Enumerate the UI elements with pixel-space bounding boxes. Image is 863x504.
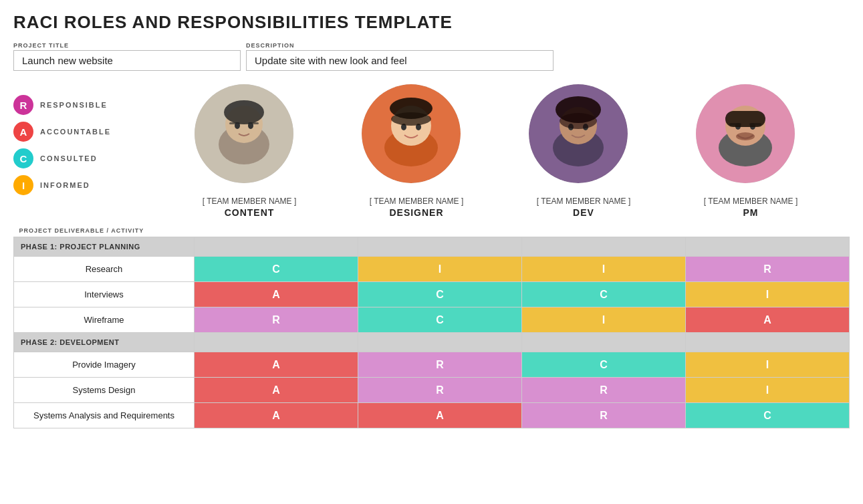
raci-cell-1-1-1: C: [195, 257, 358, 282]
team-role-2: DESIGNER: [333, 207, 500, 218]
phase-cell-1-3: [522, 237, 686, 257]
raci-cell-1-2-4: I: [686, 282, 850, 307]
legend-item-i: I INFORMED: [13, 175, 154, 195]
project-description-label: DESCRIPTION: [246, 42, 553, 49]
raci-cell-2-3-2: A: [358, 403, 522, 428]
project-meta: PROJECT TITLE Launch new website DESCRIP…: [13, 42, 850, 71]
team-col-header-1: [195, 225, 358, 237]
table-row: Provide ImageryARCI: [14, 352, 850, 378]
team-col-header-3: [522, 225, 686, 237]
activity-name-1-1: Research: [14, 257, 195, 282]
team-role-1: CONTENT: [166, 207, 333, 218]
svg-point-9: [224, 100, 264, 124]
svg-point-31: [736, 132, 755, 140]
table-row: Systems DesignARRI: [14, 378, 850, 403]
team-role-3: DEV: [500, 207, 667, 218]
team-roles-row: CONTENTDESIGNERDEVPM: [160, 207, 850, 218]
team-member-1: [160, 84, 328, 193]
activity-column-header: PROJECT DELIVERABLE / ACTIVITY: [14, 225, 195, 237]
legend-badge-a: A: [13, 122, 33, 142]
table-row: InterviewsACCI: [14, 282, 850, 307]
avatar-3: [529, 84, 628, 183]
team-section: [ TEAM MEMBER NAME ][ TEAM MEMBER NAME ]…: [154, 84, 850, 218]
raci-table-wrapper: PROJECT DELIVERABLE / ACTIVITYPHASE 1: P…: [13, 225, 850, 428]
raci-cell-2-1-2: R: [358, 352, 522, 378]
legend-label-r: RESPONSIBLE: [40, 101, 108, 109]
team-name-2: [ TEAM MEMBER NAME ]: [333, 197, 500, 206]
team-member-2: [328, 84, 495, 193]
team-name-3: [ TEAM MEMBER NAME ]: [500, 197, 667, 206]
project-title-value: Launch new website: [13, 50, 241, 71]
raci-cell-2-2-3: R: [522, 378, 686, 403]
phase-cell-1-1: [195, 237, 358, 257]
phase-cell-2-3: [522, 333, 686, 352]
legend-label-i: INFORMED: [40, 181, 90, 189]
project-description-block: DESCRIPTION Update site with new look an…: [246, 42, 553, 71]
raci-cell-2-1-3: C: [522, 352, 686, 378]
role-label: [160, 207, 166, 218]
phase-cell-1-2: [358, 237, 522, 257]
team-member-3: [495, 84, 662, 193]
legend-badge-i: I: [13, 175, 33, 195]
legend-label-c: CONSULTED: [40, 154, 98, 162]
avatar-4: [696, 84, 795, 183]
legend: R RESPONSIBLE A ACCOUNTABLE C CONSULTED …: [13, 84, 154, 195]
raci-cell-2-3-3: R: [522, 403, 686, 428]
svg-point-16: [391, 112, 431, 126]
legend-and-team: R RESPONSIBLE A ACCOUNTABLE C CONSULTED …: [13, 84, 850, 218]
project-title-block: PROJECT TITLE Launch new website: [13, 42, 241, 71]
legend-badge-c: C: [13, 148, 33, 168]
raci-cell-2-1-1: A: [195, 352, 358, 378]
raci-cell-2-1-4: I: [686, 352, 850, 378]
svg-point-23: [560, 113, 597, 129]
phase-label-2: PHASE 2: DEVELOPMENT: [14, 333, 195, 352]
raci-cell-1-3-4: A: [686, 307, 850, 333]
team-col-header-2: [358, 225, 522, 237]
legend-item-r: R RESPONSIBLE: [13, 95, 154, 115]
legend-item-c: C CONSULTED: [13, 148, 154, 168]
phase-cell-2-2: [358, 333, 522, 352]
raci-cell-1-1-3: I: [522, 257, 686, 282]
raci-cell-2-2-2: R: [358, 378, 522, 403]
legend-label-a: ACCOUNTABLE: [40, 128, 111, 136]
project-description-value: Update site with new look and feel: [246, 50, 553, 71]
name-label: [160, 197, 166, 206]
activity-name-1-2: Interviews: [14, 282, 195, 307]
raci-cell-2-3-4: C: [686, 403, 850, 428]
phase-row-1: PHASE 1: PROJECT PLANNING: [14, 237, 850, 257]
phase-label-1: PHASE 1: PROJECT PLANNING: [14, 237, 195, 257]
activity-name-1-3: Wireframe: [14, 307, 195, 333]
page-title: RACI ROLES AND RESPONSIBILITIES TEMPLATE: [13, 12, 850, 33]
raci-cell-2-3-1: A: [195, 403, 358, 428]
raci-cell-1-2-1: A: [195, 282, 358, 307]
phase-cell-1-4: [686, 237, 850, 257]
raci-table: PROJECT DELIVERABLE / ACTIVITYPHASE 1: P…: [13, 225, 850, 428]
team-name-4: [ TEAM MEMBER NAME ]: [667, 197, 834, 206]
activity-name-2-2: Systems Design: [14, 378, 195, 403]
svg-rect-32: [725, 111, 765, 127]
avatar-1: [195, 84, 293, 183]
team-role-4: PM: [667, 207, 834, 218]
raci-cell-1-1-4: R: [686, 257, 850, 282]
team-member-4: [662, 84, 829, 193]
team-name-1: [ TEAM MEMBER NAME ]: [166, 197, 333, 206]
activity-name-2-3: Systems Analysis and Requirements: [14, 403, 195, 428]
phase-cell-2-1: [195, 333, 358, 352]
legend-badge-r: R: [13, 95, 33, 115]
activity-name-2-1: Provide Imagery: [14, 352, 195, 378]
team-names-row: [ TEAM MEMBER NAME ][ TEAM MEMBER NAME ]…: [160, 197, 850, 206]
table-row: ResearchCIIR: [14, 257, 850, 282]
legend-item-a: A ACCOUNTABLE: [13, 122, 154, 142]
table-row: Systems Analysis and RequirementsAARC: [14, 403, 850, 428]
team-col-header-4: [686, 225, 850, 237]
raci-cell-1-2-3: C: [522, 282, 686, 307]
phase-cell-2-4: [686, 333, 850, 352]
team-avatars: [160, 84, 850, 193]
raci-cell-1-3-1: R: [195, 307, 358, 333]
phase-row-2: PHASE 2: DEVELOPMENT: [14, 333, 850, 352]
raci-cell-1-3-3: I: [522, 307, 686, 333]
raci-cell-1-1-2: I: [358, 257, 522, 282]
raci-cell-2-2-4: I: [686, 378, 850, 403]
avatar-2: [362, 84, 461, 183]
raci-cell-1-2-2: C: [358, 282, 522, 307]
